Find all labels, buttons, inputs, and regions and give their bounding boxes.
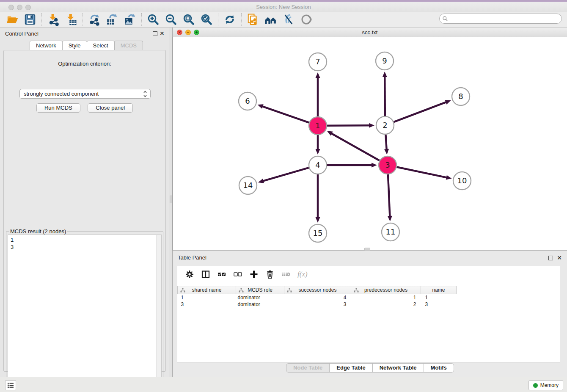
control-panel-title: Control Panel xyxy=(5,30,39,37)
network-canvas[interactable]: 7968124314101511 xyxy=(173,37,567,251)
result-scrollbar[interactable] xyxy=(156,235,161,388)
edge-1-2[interactable] xyxy=(327,125,370,126)
refresh-layout-icon[interactable] xyxy=(223,13,236,26)
add-column-icon[interactable] xyxy=(249,270,259,279)
table-panel-title: Table Panel xyxy=(178,254,206,261)
node-table-container: f(x) shared nameMCDS rolesuccessor nodes… xyxy=(177,266,560,362)
float-table-panel-icon[interactable] xyxy=(548,256,553,260)
search-box[interactable] xyxy=(439,14,562,24)
tab-mcds[interactable]: MCDS xyxy=(114,41,143,50)
graph-node-label: 3 xyxy=(385,160,390,169)
show-style-icon[interactable] xyxy=(300,13,313,26)
table-cell[interactable]: 4 xyxy=(284,294,351,301)
column-header-name[interactable]: name xyxy=(421,286,457,294)
table-cell[interactable]: dominator xyxy=(236,294,284,301)
function-builder-icon[interactable]: f(x) xyxy=(297,270,308,279)
criterion-select[interactable]: strongly connected component xyxy=(19,89,151,99)
search-icon xyxy=(442,16,448,22)
network-window-title: scc.txt xyxy=(173,29,567,36)
save-session-icon[interactable] xyxy=(24,13,36,26)
tab-edge-table[interactable]: Edge Table xyxy=(329,363,372,373)
export-table-icon[interactable] xyxy=(106,13,118,26)
panel-splitter[interactable] xyxy=(169,28,173,377)
table-cell[interactable]: 3 xyxy=(421,301,457,308)
network-graph[interactable]: 7968124314101511 xyxy=(173,37,567,250)
edge-3-1[interactable] xyxy=(331,133,379,161)
table-cell[interactable]: 1 xyxy=(178,294,236,301)
column-header-successor-nodes[interactable]: successor nodes xyxy=(284,286,351,294)
export-image-icon[interactable] xyxy=(124,13,136,26)
edge-2-9[interactable] xyxy=(385,76,385,116)
table-cell[interactable]: 2 xyxy=(351,301,421,308)
export-network-icon[interactable] xyxy=(88,13,101,26)
import-network-icon[interactable] xyxy=(47,13,60,26)
import-table-icon[interactable] xyxy=(65,13,77,26)
close-panel-icon[interactable]: ✕ xyxy=(160,30,165,37)
tab-style[interactable]: Style xyxy=(62,41,87,50)
table-row[interactable]: 1dominator411 xyxy=(178,294,457,301)
column-header-shared-name[interactable]: shared name xyxy=(178,286,236,294)
edge-1-6[interactable] xyxy=(262,106,309,123)
table-cell[interactable]: dominator xyxy=(236,301,284,308)
edge-arrowhead xyxy=(316,149,320,155)
main-toolbar xyxy=(0,12,567,28)
tab-motifs[interactable]: Motifs xyxy=(424,363,454,373)
edge-arrowhead xyxy=(383,72,387,77)
delete-column-icon[interactable] xyxy=(265,270,275,279)
tab-network[interactable]: Network xyxy=(30,41,63,50)
table-cell[interactable]: 3 xyxy=(284,301,351,308)
table-settings-icon[interactable] xyxy=(185,270,194,279)
float-panel-icon[interactable] xyxy=(153,31,157,36)
edge-2-3[interactable] xyxy=(385,135,386,150)
hide-style-icon[interactable] xyxy=(282,13,295,26)
result-line: 1 xyxy=(11,236,161,243)
splitter-handle[interactable] xyxy=(170,196,172,203)
search-input[interactable] xyxy=(448,14,561,23)
toolbar-separator xyxy=(83,13,83,26)
zoom-fit-icon[interactable] xyxy=(182,13,195,26)
graph-node-label: 9 xyxy=(382,56,387,65)
tab-network-table[interactable]: Network Table xyxy=(372,363,424,373)
tab-node-table[interactable]: Node Table xyxy=(286,363,330,373)
table-cell[interactable]: 1 xyxy=(351,294,421,301)
edge-3-11[interactable] xyxy=(388,174,390,217)
task-history-button[interactable] xyxy=(5,380,16,390)
zoom-selected-icon[interactable] xyxy=(200,13,213,26)
clone-network-icon[interactable] xyxy=(247,13,259,26)
mcds-result-title: MCDS result (2 nodes) xyxy=(9,228,67,235)
table-row[interactable]: 3dominator323 xyxy=(178,301,457,308)
graph-node-label: 14 xyxy=(243,181,253,190)
tab-select[interactable]: Select xyxy=(87,41,115,50)
zoom-out-icon[interactable] xyxy=(165,13,177,26)
select-stepper-icon xyxy=(143,90,147,98)
edge-3-10[interactable] xyxy=(397,167,447,178)
graph-node-label: 8 xyxy=(458,92,463,101)
open-session-icon[interactable] xyxy=(6,13,19,26)
canvas-resize-handle[interactable] xyxy=(364,248,370,251)
table-cell[interactable]: 3 xyxy=(178,301,236,308)
show-all-networks-icon[interactable] xyxy=(264,13,277,26)
close-panel-button[interactable]: Close panel xyxy=(88,103,133,113)
memory-button[interactable]: Memory xyxy=(528,380,563,390)
column-header-MCDS-role[interactable]: MCDS role xyxy=(236,286,284,294)
column-header-predecessor-nodes[interactable]: predecessor nodes xyxy=(351,286,421,294)
split-columns-icon[interactable] xyxy=(201,270,210,279)
control-panel-tabs: Network Style Select MCDS xyxy=(30,41,143,50)
edge-2-8[interactable] xyxy=(394,102,447,122)
table-cell[interactable]: 1 xyxy=(421,294,457,301)
close-table-panel-icon[interactable]: ✕ xyxy=(557,254,562,261)
node-table[interactable]: shared nameMCDS rolesuccessor nodesprede… xyxy=(177,286,457,308)
edge-4-14[interactable] xyxy=(263,168,309,181)
mcds-tab-panel: Optimization criterion: strongly connect… xyxy=(3,50,166,372)
zoom-in-icon[interactable] xyxy=(147,13,160,26)
table-tabs: Node Table Edge Table Network Table Moti… xyxy=(173,363,567,373)
run-mcds-button[interactable]: Run MCDS xyxy=(36,103,80,113)
delete-table-icon[interactable] xyxy=(281,270,291,279)
optimization-criterion-label: Optimization criterion: xyxy=(4,61,165,67)
hierarchy-icon xyxy=(239,288,244,293)
mcds-result-list[interactable]: 13 xyxy=(8,235,162,389)
toolbar-separator xyxy=(41,13,42,26)
select-columns-checked-icon[interactable] xyxy=(217,270,226,279)
select-columns-unchecked-icon[interactable] xyxy=(233,270,242,279)
graph-node-label: 10 xyxy=(457,176,467,185)
